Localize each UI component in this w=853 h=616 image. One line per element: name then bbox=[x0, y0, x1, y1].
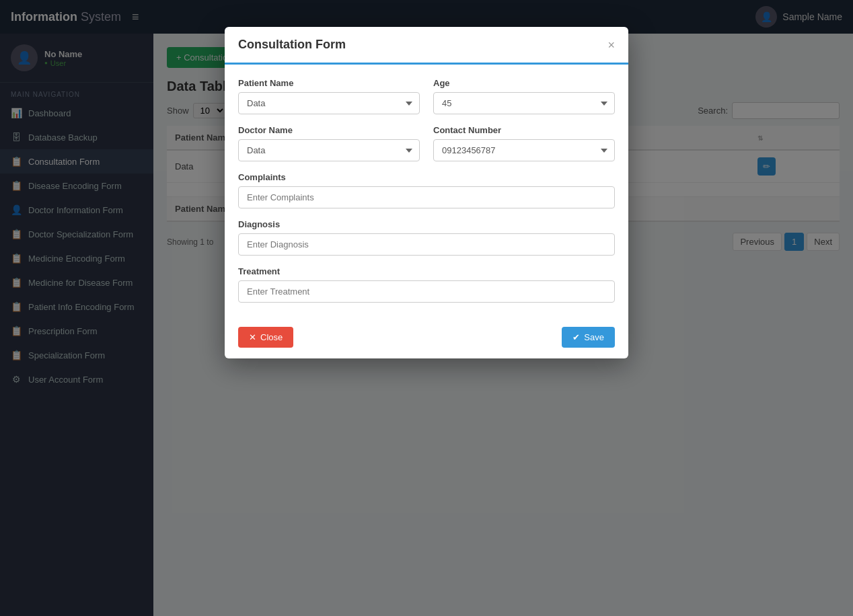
age-select[interactable]: 45 bbox=[433, 92, 615, 114]
modal-close-button[interactable]: ✕ Close bbox=[238, 327, 293, 348]
complaints-label: Complaints bbox=[238, 172, 615, 182]
modal-save-button[interactable]: ✔ Save bbox=[562, 327, 615, 348]
form-row-patient-age: Patient Name Data Age 45 bbox=[238, 78, 615, 114]
patient-name-select[interactable]: Data bbox=[238, 92, 420, 114]
form-group-complaints: Complaints bbox=[238, 172, 615, 208]
doctor-name-select[interactable]: Data bbox=[238, 139, 420, 161]
treatment-input[interactable] bbox=[238, 280, 615, 303]
form-group-age: Age 45 bbox=[433, 78, 615, 114]
modal-overlay: Consultation Form × Patient Name Data Ag… bbox=[0, 0, 853, 616]
modal-title: Consultation Form bbox=[238, 38, 346, 52]
treatment-label: Treatment bbox=[238, 266, 615, 276]
complaints-input[interactable] bbox=[238, 186, 615, 208]
patient-name-label: Patient Name bbox=[238, 78, 420, 88]
diagnosis-input[interactable] bbox=[238, 233, 615, 256]
modal-body: Patient Name Data Age 45 Doctor Name D bbox=[225, 65, 628, 316]
age-label: Age bbox=[433, 78, 615, 88]
save-check-icon: ✔ bbox=[572, 332, 580, 342]
form-group-treatment: Treatment bbox=[238, 266, 615, 303]
doctor-name-label: Doctor Name bbox=[238, 125, 420, 135]
contact-number-select[interactable]: 09123456787 bbox=[433, 139, 615, 161]
form-group-diagnosis: Diagnosis bbox=[238, 219, 615, 256]
close-x-icon: ✕ bbox=[249, 332, 256, 342]
form-group-patient-name: Patient Name Data bbox=[238, 78, 420, 114]
form-group-contact-number: Contact Number 09123456787 bbox=[433, 125, 615, 161]
modal-header: Consultation Form × bbox=[225, 27, 628, 65]
contact-number-label: Contact Number bbox=[433, 125, 615, 135]
form-row-doctor-contact: Doctor Name Data Contact Number 09123456… bbox=[238, 125, 615, 161]
modal-close-x-button[interactable]: × bbox=[607, 39, 615, 51]
modal-footer: ✕ Close ✔ Save bbox=[225, 316, 628, 358]
consultation-modal: Consultation Form × Patient Name Data Ag… bbox=[225, 27, 628, 358]
form-group-doctor-name: Doctor Name Data bbox=[238, 125, 420, 161]
diagnosis-label: Diagnosis bbox=[238, 219, 615, 229]
